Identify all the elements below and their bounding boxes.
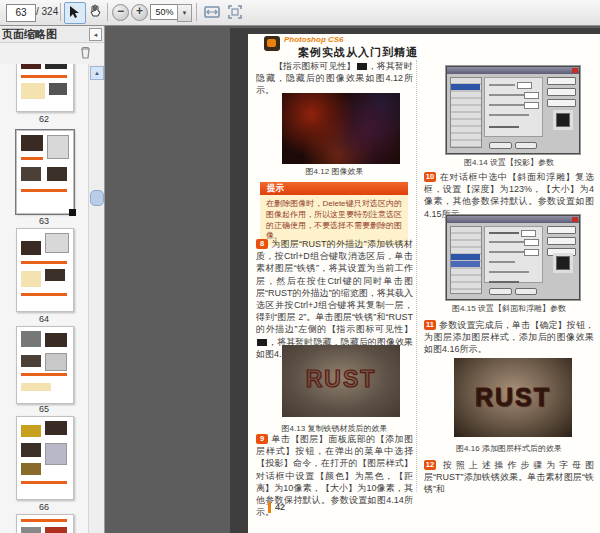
decor — [521, 230, 536, 237]
decor — [489, 114, 529, 116]
scrollbar-thumb[interactable] — [90, 190, 104, 206]
book-page: Photoshop CS6 案例实战从入门到精通 【指示图标可见性】，将其暂时隐… — [248, 34, 600, 533]
decor — [489, 288, 537, 295]
decor — [489, 104, 529, 106]
decor — [21, 527, 41, 533]
figure-4-15-caption: 图4.15 设置【斜面和浮雕】参数 — [424, 303, 594, 314]
thumbnail-label: 66 — [0, 502, 88, 512]
thumbnail-page-64[interactable] — [16, 228, 74, 312]
hand-tool-button[interactable] — [86, 2, 106, 22]
thumbnails-panel-title: 页面缩略图 — [2, 27, 90, 42]
select-cursor-icon — [65, 3, 83, 21]
decor — [21, 271, 41, 287]
decor — [547, 88, 576, 96]
decor — [21, 519, 67, 522]
rust-outline-text: RUST — [282, 366, 400, 393]
decor — [489, 261, 515, 263]
step-number-badge: 10 — [424, 172, 436, 182]
decor — [21, 261, 67, 264]
current-page-marker — [69, 209, 76, 216]
scroll-up-button[interactable]: ▲ — [90, 66, 104, 80]
thumbnail-page-67[interactable] — [16, 514, 74, 533]
decor — [49, 83, 67, 95]
decor — [45, 527, 67, 533]
decor — [47, 135, 69, 159]
decor — [47, 167, 67, 181]
decor — [489, 126, 519, 128]
decor — [450, 226, 482, 294]
trash-icon[interactable] — [79, 45, 92, 60]
decor — [489, 142, 512, 149]
decor — [484, 77, 543, 137]
figure-4-15-image — [446, 215, 580, 300]
decor — [21, 135, 43, 151]
figure-4-14-caption: 图4.14 设置【投影】参数 — [424, 157, 594, 168]
step-number-badge: 9 — [256, 434, 268, 444]
decor — [451, 254, 480, 260]
book-logo — [264, 36, 280, 51]
decor — [547, 77, 576, 110]
zoom-out-button[interactable]: − — [112, 4, 129, 21]
step-text: 按照上述操作步骤为字母图层“RUST”添加铁锈效果。单击素材图层“铁锈”和 — [424, 460, 594, 494]
decor — [21, 241, 41, 255]
decor — [447, 67, 579, 74]
decor — [547, 248, 576, 256]
figure-4-16-caption: 图4.16 添加图层样式后的效果 — [424, 443, 594, 454]
thumbnail-page-62[interactable] — [16, 64, 74, 112]
thumbnail-list: 62 63 64 — [0, 64, 88, 533]
document-canvas: Photoshop CS6 案例实战从入门到精通 【指示图标可见性】，将其暂时隐… — [105, 25, 600, 533]
paragraph-text: 【指示图标可见性】 — [274, 61, 356, 71]
decor — [21, 481, 67, 484]
eye-toggle-icon — [357, 63, 367, 70]
decor — [21, 443, 41, 457]
decor — [45, 353, 67, 371]
thumbnails-toolbar — [0, 42, 104, 65]
decor — [45, 269, 65, 281]
zoom-dropdown-button[interactable]: ▼ — [177, 4, 192, 22]
toolbar-separator — [196, 3, 197, 21]
decor — [21, 189, 67, 192]
page-number-input[interactable] — [6, 4, 36, 22]
decor — [524, 239, 539, 246]
decor — [45, 233, 69, 253]
sidebar-scrollbar[interactable]: ▲ — [88, 64, 104, 533]
decor — [547, 99, 576, 107]
step-12-paragraph: 12按照上述操作步骤为字母图层“RUST”添加铁锈效果。单击素材图层“铁锈”和 — [424, 459, 594, 496]
decor — [572, 217, 578, 222]
decor — [21, 83, 45, 99]
figure-4-16-image: RUST — [454, 358, 572, 437]
step-number-badge: 12 — [424, 460, 436, 470]
pdf-viewer-window: / 324 − + 50% ▼ — [0, 0, 600, 533]
decor — [484, 226, 543, 283]
book-subtitle: 案例实战从入门到精通 — [298, 45, 418, 60]
decor — [21, 157, 43, 160]
thumbnail-page-65[interactable] — [16, 326, 74, 404]
step-11-paragraph: 11参数设置完成后，单击【确定】按钮，为图层添加图层样式，添加后的图像效果如图4… — [424, 319, 594, 356]
decor — [21, 383, 51, 391]
thumbnail-label: 65 — [0, 404, 88, 414]
decor — [21, 373, 67, 376]
zoom-in-button[interactable]: + — [131, 4, 148, 21]
zoom-level-value[interactable]: 50% — [150, 4, 179, 20]
select-tool-button[interactable] — [64, 2, 86, 24]
decor — [489, 84, 515, 86]
decor — [547, 77, 576, 85]
decor — [21, 167, 41, 181]
decor — [572, 68, 578, 73]
decor — [45, 421, 67, 435]
thumbnail-page-66[interactable] — [16, 416, 74, 500]
tip-title: 提示 — [260, 182, 408, 195]
decor — [517, 82, 532, 89]
panel-options-button[interactable]: ◂ — [89, 28, 102, 41]
fit-page-button[interactable] — [225, 2, 245, 22]
fit-width-button[interactable] — [202, 2, 222, 22]
decor — [21, 64, 41, 69]
thumbnails-panel-header: 页面缩略图 ◂ — [0, 25, 104, 43]
eye-toggle-icon — [257, 339, 267, 346]
thumbnail-label: 63 — [0, 216, 88, 226]
page-total-label: / 324 — [36, 6, 58, 17]
thumbnail-page-63[interactable] — [16, 130, 74, 214]
decor — [524, 102, 539, 109]
decor — [515, 288, 538, 295]
step-10-paragraph: 10在对话框中选中【斜面和浮雕】复选框，设置【深度】为123%，【大小】为4像素… — [424, 171, 594, 220]
